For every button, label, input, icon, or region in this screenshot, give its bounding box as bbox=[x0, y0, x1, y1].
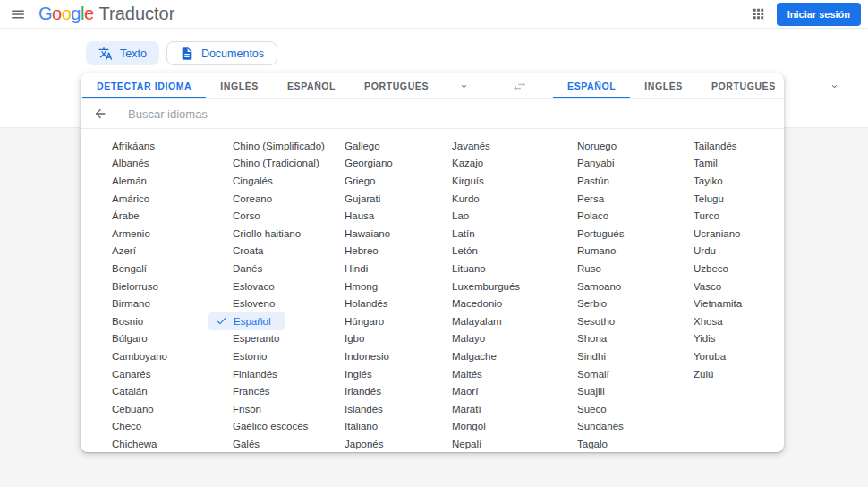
menu-icon[interactable] bbox=[10, 6, 26, 22]
language-option[interactable]: Telugu bbox=[694, 190, 784, 208]
language-option[interactable]: Malayo bbox=[452, 330, 577, 348]
source-chevron-down-icon[interactable] bbox=[443, 73, 485, 98]
language-option[interactable]: Vietnamita bbox=[694, 295, 784, 312]
language-option[interactable]: Birmano bbox=[112, 295, 233, 312]
language-option[interactable]: Maltés bbox=[452, 365, 577, 383]
language-option[interactable]: Albanés bbox=[112, 155, 233, 173]
language-option[interactable]: Bengalí bbox=[112, 260, 233, 278]
language-option[interactable]: Nepalí bbox=[452, 435, 577, 453]
language-option[interactable]: Islandés bbox=[345, 400, 452, 418]
language-option[interactable]: Azerí bbox=[112, 243, 233, 261]
language-option[interactable]: Corso bbox=[233, 207, 345, 225]
language-option[interactable]: Chichewa bbox=[112, 435, 233, 453]
language-option[interactable]: Kurdo bbox=[452, 190, 577, 208]
language-option[interactable]: Somalí bbox=[577, 365, 694, 383]
language-option[interactable]: Alemán bbox=[112, 172, 233, 190]
language-option[interactable]: Hebreo bbox=[345, 243, 452, 261]
back-arrow-icon[interactable] bbox=[93, 107, 107, 121]
language-option[interactable]: Letón bbox=[452, 243, 577, 261]
sign-in-button[interactable]: Iniciar sesión bbox=[777, 3, 861, 26]
language-option[interactable]: Indonesio bbox=[345, 347, 452, 365]
language-option[interactable]: Pastún bbox=[577, 172, 694, 190]
text-mode-button[interactable]: Texto bbox=[86, 41, 159, 65]
language-option[interactable]: Hindi bbox=[345, 260, 452, 278]
language-option[interactable]: Croata bbox=[233, 243, 345, 261]
language-option[interactable]: Persa bbox=[577, 190, 694, 208]
language-option[interactable]: Irlandés bbox=[345, 382, 452, 400]
language-option[interactable]: Cingalés bbox=[233, 172, 345, 190]
apps-grid-icon[interactable] bbox=[751, 6, 766, 21]
language-option[interactable]: Tagalo bbox=[577, 435, 694, 453]
language-option[interactable]: Esperanto bbox=[233, 330, 345, 348]
language-option[interactable]: Bielorruso bbox=[112, 278, 233, 295]
language-option[interactable]: Tamil bbox=[694, 155, 784, 173]
language-option[interactable]: Yoruba bbox=[694, 347, 784, 365]
language-option[interactable]: Frisón bbox=[233, 400, 345, 418]
language-option[interactable]: Luxemburgués bbox=[452, 278, 577, 295]
language-option[interactable]: Shona bbox=[577, 330, 694, 348]
language-option[interactable]: Armenio bbox=[112, 225, 233, 243]
language-option[interactable]: Finlandés bbox=[233, 365, 345, 383]
target-tab-inglés[interactable]: INGLÉS bbox=[630, 73, 697, 98]
language-option[interactable]: Hausa bbox=[345, 207, 452, 225]
language-option[interactable]: Zulú bbox=[694, 365, 784, 383]
language-option[interactable]: Vasco bbox=[694, 278, 784, 295]
language-option[interactable]: Sesotho bbox=[577, 312, 694, 330]
language-option[interactable]: Ucraniano bbox=[694, 225, 784, 243]
language-option[interactable]: Samoano bbox=[577, 278, 694, 295]
language-option[interactable]: Galés bbox=[233, 435, 345, 453]
language-option[interactable]: Hawaiano bbox=[345, 225, 452, 243]
language-option[interactable]: Serbio bbox=[577, 295, 694, 312]
language-option[interactable]: Amárico bbox=[112, 190, 233, 208]
language-option[interactable]: Javanés bbox=[452, 137, 577, 155]
language-option[interactable]: Holandés bbox=[345, 295, 452, 312]
language-option[interactable]: Maratí bbox=[452, 400, 577, 418]
language-option[interactable]: Rumano bbox=[577, 243, 694, 261]
language-option[interactable]: Hmong bbox=[345, 278, 452, 295]
language-option[interactable]: Criollo haitiano bbox=[233, 225, 345, 243]
language-option[interactable]: Xhosa bbox=[694, 312, 784, 330]
language-option[interactable]: Macedonio bbox=[452, 295, 577, 312]
target-chevron-down-icon[interactable] bbox=[813, 73, 855, 98]
language-option[interactable]: Portugués bbox=[577, 225, 694, 243]
language-option[interactable]: Kirguís bbox=[452, 172, 577, 190]
language-option[interactable]: Griego bbox=[345, 172, 452, 190]
language-option[interactable]: Gaélico escocés bbox=[233, 418, 345, 436]
language-option[interactable]: Tailandés bbox=[694, 137, 784, 155]
target-tab-portugués[interactable]: PORTUGUÉS bbox=[697, 73, 790, 98]
language-option[interactable]: Estonio bbox=[233, 347, 345, 365]
language-option-selected[interactable]: Español bbox=[208, 312, 285, 330]
language-option[interactable]: Mongol bbox=[452, 418, 577, 436]
language-option[interactable]: Danés bbox=[233, 260, 345, 278]
swap-languages-icon[interactable] bbox=[512, 79, 527, 94]
language-option[interactable]: Árabe bbox=[112, 207, 233, 225]
language-option[interactable]: Eslovaco bbox=[233, 278, 345, 295]
language-option[interactable]: Turco bbox=[694, 207, 784, 225]
language-option[interactable]: Francés bbox=[233, 382, 345, 400]
language-option[interactable]: Kazajo bbox=[452, 155, 577, 173]
source-tab-portugués[interactable]: PORTUGUÉS bbox=[350, 73, 443, 98]
language-option[interactable]: Polaco bbox=[577, 207, 694, 225]
language-option[interactable]: Sundanés bbox=[577, 418, 694, 436]
language-option[interactable]: Sueco bbox=[577, 400, 694, 418]
language-option[interactable]: Coreano bbox=[233, 190, 345, 208]
language-option[interactable]: Gallego bbox=[345, 137, 452, 155]
language-option[interactable]: Cebuano bbox=[112, 400, 233, 418]
language-option[interactable]: Gujarati bbox=[345, 190, 452, 208]
language-option[interactable]: Checo bbox=[112, 418, 233, 436]
language-option[interactable]: Panyabi bbox=[577, 155, 694, 173]
language-option[interactable]: Sindhi bbox=[577, 347, 694, 365]
language-option[interactable]: Urdu bbox=[694, 243, 784, 261]
language-option[interactable]: Chino (Simplificado) bbox=[233, 137, 345, 155]
language-option[interactable]: Georgiano bbox=[345, 155, 452, 173]
language-option[interactable]: Canarés bbox=[112, 365, 233, 383]
source-tab-español[interactable]: ESPAÑOL bbox=[273, 73, 350, 98]
language-option[interactable]: Afrikáans bbox=[112, 137, 233, 155]
language-option[interactable]: Igbo bbox=[345, 330, 452, 348]
language-option[interactable]: Lao bbox=[452, 207, 577, 225]
language-option[interactable]: Malayalam bbox=[452, 312, 577, 330]
language-option[interactable]: Búlgaro bbox=[112, 330, 233, 348]
target-tab-español[interactable]: ESPAÑOL bbox=[553, 73, 630, 98]
language-option[interactable]: Latín bbox=[452, 225, 577, 243]
language-option[interactable]: Yidis bbox=[694, 330, 784, 348]
